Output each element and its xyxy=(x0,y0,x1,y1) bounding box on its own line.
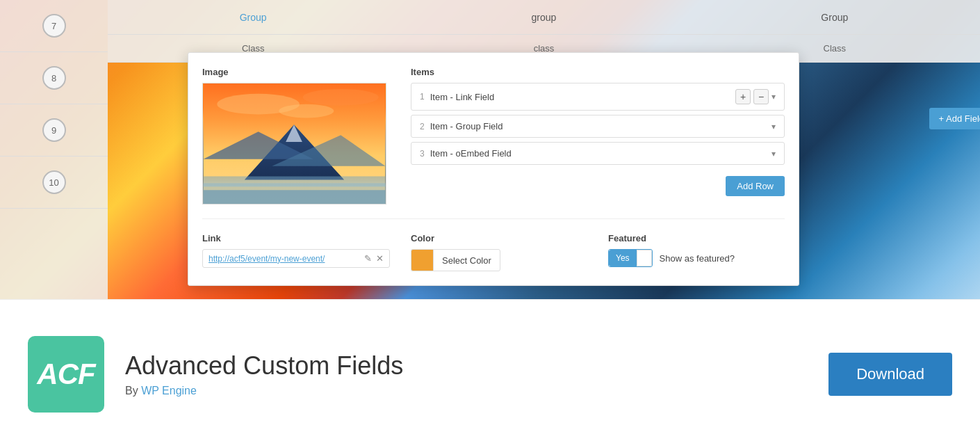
item-3-label: Item - oEmbed Field xyxy=(430,148,512,159)
item-1-left: 1 Item - Link Field xyxy=(420,92,494,102)
sidebar-row-8: 8 xyxy=(0,52,108,104)
top-bar-group-value: group xyxy=(398,12,689,23)
plugin-by: By WP Engine xyxy=(125,385,828,397)
modal-image-section: Image xyxy=(202,67,390,205)
item-3-left: 3 Item - oEmbed Field xyxy=(420,148,512,159)
list-item: 2 Item - Group Field ▾ xyxy=(411,115,785,138)
modal-panel: Image xyxy=(188,52,799,286)
color-field: Color Select Color xyxy=(411,233,587,271)
toggle-no[interactable] xyxy=(637,250,652,266)
items-label: Items xyxy=(411,67,785,77)
chevron-down-icon[interactable]: ▾ xyxy=(771,122,776,131)
top-bar: Group group Group xyxy=(108,0,980,35)
sidebar-row-9: 9 xyxy=(0,104,108,157)
item-2-right: ▾ xyxy=(771,122,776,131)
bottom-fields: Link http://acf5/event/my-new-event/ ✎ ✕… xyxy=(202,218,785,271)
sidebar-row-7: 7 xyxy=(0,0,108,52)
bottom-section: ACF Advanced Custom Fields By WP Engine … xyxy=(0,299,980,448)
chevron-down-icon[interactable]: ▾ xyxy=(771,92,776,102)
svg-point-3 xyxy=(279,104,334,118)
item-3-right: ▾ xyxy=(771,149,776,159)
link-label: Link xyxy=(202,233,390,243)
featured-label: Featured xyxy=(608,233,785,243)
color-swatch[interactable] xyxy=(411,249,433,271)
row-number-9: 9 xyxy=(42,118,66,142)
svg-rect-10 xyxy=(204,190,386,204)
modal-items-section: Items 1 Item - Link Field + − ▾ xyxy=(411,67,785,205)
item-2-label: Item - Group Field xyxy=(430,121,503,131)
top-bar-group: Group xyxy=(108,12,398,23)
top-bar-group-2: Group xyxy=(689,12,980,23)
color-picker-row: Select Color xyxy=(411,249,587,271)
item-1-num: 1 xyxy=(420,92,425,102)
author-link[interactable]: WP Engine xyxy=(141,385,197,397)
acf-logo-text: ACF xyxy=(37,358,95,391)
image-label: Image xyxy=(202,67,390,77)
add-field-button[interactable]: + Add Field xyxy=(929,108,980,129)
edit-icon[interactable]: ✎ xyxy=(364,253,372,264)
close-icon[interactable]: ✕ xyxy=(376,253,384,264)
sidebar-row-10: 10 xyxy=(0,157,108,209)
row-number-7: 7 xyxy=(42,14,66,38)
item-2-num: 2 xyxy=(420,122,425,131)
item-1-add-btn[interactable]: + xyxy=(735,89,751,104)
link-field: Link http://acf5/event/my-new-event/ ✎ ✕ xyxy=(202,233,390,271)
link-input-wrapper: http://acf5/event/my-new-event/ ✎ ✕ xyxy=(202,249,390,268)
item-3-num: 3 xyxy=(420,149,425,159)
item-1-remove-btn[interactable]: − xyxy=(753,89,769,104)
toggle-wrapper[interactable]: Yes xyxy=(608,249,653,267)
list-item: 3 Item - oEmbed Field ▾ xyxy=(411,142,785,165)
item-1-right: + − ▾ xyxy=(735,89,776,104)
acf-logo: ACF xyxy=(28,336,104,413)
items-list: 1 Item - Link Field + − ▾ 2 Item - Group xyxy=(411,83,785,165)
image-preview[interactable] xyxy=(202,83,386,205)
list-item: 1 Item - Link Field + − ▾ xyxy=(411,83,785,111)
item-1-label: Item - Link Field xyxy=(430,92,494,102)
featured-question: Show as featured? xyxy=(660,253,735,264)
link-url: http://acf5/event/my-new-event/ xyxy=(209,254,360,264)
featured-field: Featured Yes Show as featured? xyxy=(608,233,785,271)
row-number-8: 8 xyxy=(42,66,66,90)
plugin-info: Advanced Custom Fields By WP Engine xyxy=(125,351,828,397)
toggle-row: Yes Show as featured? xyxy=(608,249,785,267)
item-2-left: 2 Item - Group Field xyxy=(420,121,503,131)
color-label: Color xyxy=(411,233,587,243)
toggle-yes[interactable]: Yes xyxy=(609,250,637,266)
download-button[interactable]: Download xyxy=(828,353,952,396)
by-label: By xyxy=(125,385,138,397)
svg-point-2 xyxy=(303,89,379,106)
add-row-button[interactable]: Add Row xyxy=(726,176,785,196)
plugin-title: Advanced Custom Fields xyxy=(125,351,828,381)
row-number-10: 10 xyxy=(42,170,66,194)
chevron-down-icon[interactable]: ▾ xyxy=(771,149,776,159)
select-color-button[interactable]: Select Color xyxy=(433,249,500,271)
sidebar: 7 8 9 10 xyxy=(0,0,108,299)
